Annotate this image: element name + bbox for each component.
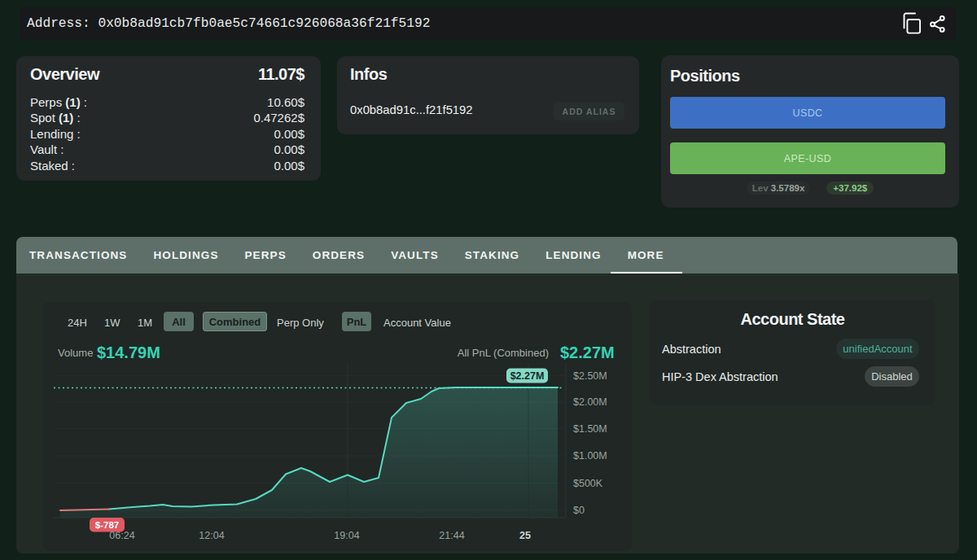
svg-text:25: 25 xyxy=(519,530,531,541)
svg-text:19:04: 19:04 xyxy=(334,530,359,541)
svg-text:12:04: 12:04 xyxy=(199,530,224,541)
svg-text:$1.00M: $1.00M xyxy=(573,450,607,462)
svg-text:$500K: $500K xyxy=(573,478,603,489)
svg-text:$2.00M: $2.00M xyxy=(573,396,607,408)
svg-text:$1.50M: $1.50M xyxy=(573,423,607,435)
svg-text:$-787: $-787 xyxy=(95,520,119,530)
svg-text:21:44: 21:44 xyxy=(439,530,464,541)
svg-text:$2.27M: $2.27M xyxy=(510,370,545,382)
svg-text:$0: $0 xyxy=(573,505,585,516)
svg-text:$2.50M: $2.50M xyxy=(573,370,607,382)
